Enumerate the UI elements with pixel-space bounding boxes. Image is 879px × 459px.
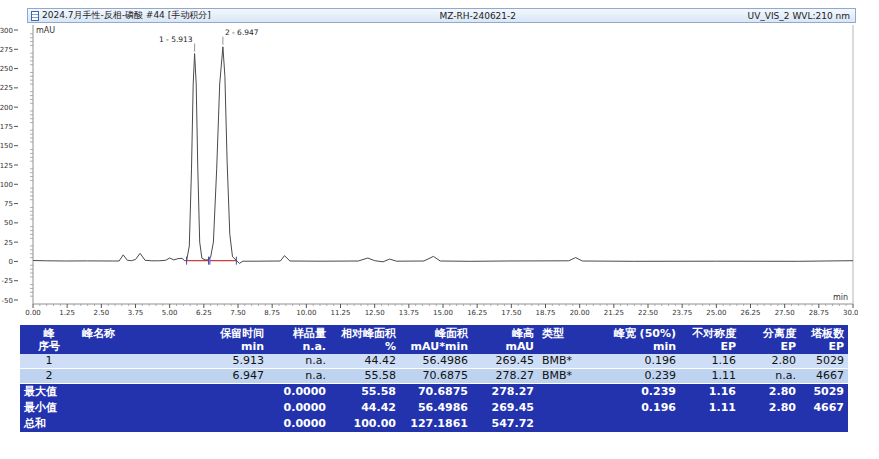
cell: 269.45 [472,354,538,369]
column-header[interactable]: 相对峰面积% [330,325,400,354]
column-header[interactable]: 不对称度EP [680,325,740,354]
cell: 56.4986 [400,354,472,369]
x-tick-label: 18.75 [535,309,555,316]
column-header[interactable]: 峰高mAU [472,325,538,354]
x-tick-label: 17.50 [501,309,521,316]
chart-titlebar: 2024.7月手性-反相-磷酸 #44 [手动积分] MZ-RH-240621-… [27,8,856,23]
y-tick-label: -50 [2,297,13,305]
cell: 总和 [20,416,78,432]
cell: 1 [20,354,78,369]
cell [78,354,205,369]
y-tick-label: 50 [4,219,13,227]
peak-row-1[interactable]: 15.913n.a.44.4256.4986269.45BMB*0.1961.1… [20,354,848,369]
x-tick-label: 6.25 [196,309,212,316]
y-tick-label: 100 [0,181,13,189]
cell [740,416,800,432]
cell: 269.45 [472,400,538,416]
cell [538,384,600,401]
cell [205,416,268,432]
cell: 278.27 [472,384,538,401]
y-tick-label: 25 [4,239,13,247]
y-tick-label: 300 [0,27,13,35]
integration-results-panel: 峰序号峰名称保留时间min样品量n.a.相对峰面积%峰面积mAU*min峰高mA… [20,325,848,432]
cell: 2.80 [740,384,800,401]
cell: 6.947 [205,369,268,384]
x-tick-label: 12.50 [365,309,385,316]
y-tick-label: 250 [0,65,13,73]
cell [600,416,680,432]
x-tick-label: 5.00 [162,309,178,316]
summary-row: 最大值0.000055.5870.6875278.270.2391.162.80… [20,384,848,401]
column-header[interactable]: 分离度EP [740,325,800,354]
column-header[interactable]: 峰面积mAU*min [400,325,472,354]
column-header[interactable]: 峰名称 [78,325,205,354]
column-header[interactable]: 保留时间min [205,325,268,354]
peak-label: 1 - 5.913 [159,35,193,44]
table-header-row: 峰序号峰名称保留时间min样品量n.a.相对峰面积%峰面积mAU*min峰高mA… [20,325,848,354]
cell: n.a. [268,369,330,384]
cell: 70.6875 [400,369,472,384]
x-tick-label: 23.75 [672,309,692,316]
cell: 0.0000 [268,400,330,416]
cell: 1.16 [680,384,740,401]
cell: n.a. [268,354,330,369]
cell [78,416,205,432]
x-tick-label: 20.00 [570,309,590,316]
cell: 最小值 [20,400,78,416]
cell: 4667 [800,400,848,416]
cell: n.a. [740,369,800,384]
x-tick-label: 3.75 [128,309,144,316]
peak-row-2[interactable]: 26.947n.a.55.5870.6875278.27BMB*0.2391.1… [20,369,848,384]
x-tick-label: 0.00 [25,309,41,316]
peak-label: 2 - 6.947 [225,28,259,37]
summary-row: 总和0.0000100.00127.1861547.72 [20,416,848,432]
cell: 127.1861 [400,416,472,432]
y-tick-label: 125 [0,162,13,170]
cell: 1.11 [680,369,740,384]
cell: 0.239 [600,384,680,401]
cell: 5.913 [205,354,268,369]
x-tick-label: 25.00 [706,309,726,316]
x-tick-label: 27.50 [775,309,795,316]
cell: 70.6875 [400,384,472,401]
y-tick-label: 150 [0,142,13,150]
application-window: 2024.7月手性-反相-磷酸 #44 [手动积分] MZ-RH-240621-… [0,0,879,459]
y-tick-label: 175 [0,123,13,131]
column-header[interactable]: 峰序号 [20,325,78,354]
cell: 44.42 [330,354,400,369]
y-axis-unit-label: mAU [36,26,55,35]
cell: 0.0000 [268,416,330,432]
column-header[interactable]: 峰宽 (50%)min [600,325,680,354]
cell [78,400,205,416]
x-tick-label: 8.75 [264,309,280,316]
x-tick-label: 7.50 [230,309,246,316]
sample-id: MZ-RH-240621-2 [354,11,602,21]
cell [538,416,600,432]
column-header[interactable]: 塔板数EP [800,325,848,354]
cell: 55.58 [330,369,400,384]
y-tick-label: 200 [0,104,13,112]
chromatogram-icon [31,11,39,21]
cell [205,384,268,401]
x-tick-label: 2.50 [94,309,110,316]
y-tick-label: 0 [9,258,13,266]
cell: 100.00 [330,416,400,432]
column-header[interactable]: 样品量n.a. [268,325,330,354]
y-tick-label: -25 [2,277,13,285]
cell [538,400,600,416]
cell: 2.80 [740,354,800,369]
cell: 5029 [800,354,848,369]
cell: BMB* [538,369,600,384]
chromatogram-plot[interactable]: -50-250255075100125150175200225250275300… [0,23,858,316]
x-tick-label: 28.75 [809,309,829,316]
y-tick-label: 275 [0,46,13,54]
x-tick-label: 30.00 [843,309,858,316]
x-tick-label: 11.25 [330,309,350,316]
signal-trace [33,47,853,264]
cell: BMB* [538,354,600,369]
detector-channel: UV_VIS_2 WVL:210 nm [602,11,855,21]
column-header[interactable]: 类型 [538,325,600,354]
cell: 56.4986 [400,400,472,416]
x-tick-label: 26.25 [740,309,760,316]
y-tick-label: 225 [0,84,13,92]
